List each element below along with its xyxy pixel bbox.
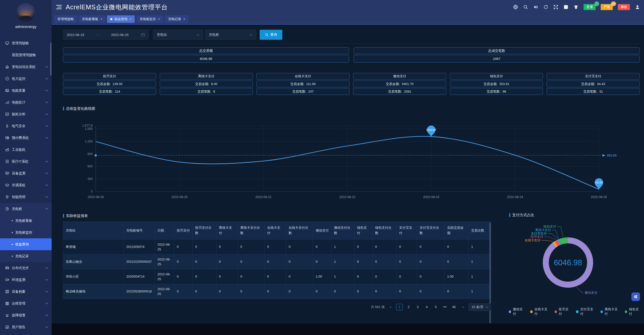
legend-item-微信支付[interactable]: 微信支付 (509, 307, 524, 316)
legend-dot-icon (530, 310, 533, 313)
legend-item-钱包支付[interactable]: 钱包支付 (625, 307, 640, 316)
prev-page-button[interactable]: ‹ (387, 304, 394, 310)
sidebar-item-环境监测[interactable]: 环境监测 (0, 274, 52, 286)
legend-item-投币支付[interactable]: 投币支付 (555, 307, 570, 316)
medical-icon (5, 159, 9, 164)
svg-text:1,577.6: 1,577.6 (82, 124, 93, 127)
date-start: 2022-08-19 (67, 33, 84, 37)
revenue-line-chart: 03006009001,2001,5001,577.62022-08-19202… (63, 115, 640, 206)
sidebar-item-空调系统[interactable]: 空调系统 (0, 179, 52, 191)
tab-充电记录[interactable]: 充电记录× (165, 15, 188, 23)
page-size-select[interactable]: 15 条/页 (469, 303, 491, 311)
total-count-value: 2467 (354, 55, 640, 63)
translate-icon[interactable]: A (563, 5, 568, 10)
sidebar-item-医院管理驾驶舱[interactable]: 医院管理驾驶舱 (0, 49, 52, 61)
page-button-5[interactable]: 5 (432, 304, 439, 310)
sidebar-item-系统运行[interactable]: 系统运行 (0, 333, 52, 335)
sidebar-item-能耗分析[interactable]: 能耗分析 (0, 108, 52, 120)
sidebar-item-预付费系统[interactable]: 预付费系统 (0, 132, 52, 144)
sound-icon[interactable] (533, 5, 538, 10)
sidebar-item-充电桩[interactable]: 充电桩 (0, 203, 52, 215)
header-actions: A普通7严重84事故 (513, 0, 640, 14)
user-icon[interactable] (635, 5, 640, 10)
page-button-45[interactable]: 45 (451, 304, 457, 310)
legend-item-在线卡支付[interactable]: 在线卡支付 (530, 307, 549, 316)
search-icon[interactable] (523, 5, 528, 10)
sidebar-item-电能统计[interactable]: 电能统计 (0, 96, 52, 108)
page-button-3[interactable]: 3 (414, 304, 421, 310)
tab-充电桩监控[interactable]: 充电桩监控× (136, 15, 163, 23)
page-button-4[interactable]: 4 (423, 304, 430, 310)
alarm-badge-accident[interactable]: 事故 (618, 4, 630, 10)
page-button-1[interactable]: 1 (396, 304, 403, 310)
donut-callout-label: 支付宝支付 (531, 232, 547, 235)
svg-text:53.29: 53.29 (595, 181, 602, 184)
sidebar-item-变电站综自系统[interactable]: 变电站综自系统 (0, 61, 52, 73)
chevron-down-icon (45, 101, 48, 103)
sidebar-item-用户报告[interactable]: 用户报告 (0, 321, 52, 333)
date-range-input[interactable]: 2022-08-19 ~ 2022-08-25 (63, 30, 149, 40)
sidebar-item-电能质量[interactable]: 电能质量 (0, 85, 52, 96)
sidebar-subitem-充电桩监控[interactable]: •充电桩监控 (0, 227, 52, 238)
sidebar-item-医疗IT系统[interactable]: 医疗IT系统 (0, 156, 52, 167)
sidebar-item-分布式光伏[interactable]: 分布式光伏 (0, 262, 52, 274)
tab-close-icon[interactable]: × (158, 17, 160, 21)
tab-充电桩看板[interactable]: 充电桩看板× (79, 15, 106, 23)
sidebar-subitem-充电记录[interactable]: •充电记录 (0, 250, 52, 262)
chevron-down-icon (45, 326, 48, 328)
sidebar-item-智能照明[interactable]: 智能照明 (0, 191, 52, 203)
sidebar-scrollbar[interactable] (50, 43, 51, 76)
svg-text:2022-08-19: 2022-08-19 (88, 195, 104, 199)
legend-item-离线卡支付[interactable]: 离线卡支付 (600, 307, 619, 316)
sidebar-item-电力监控[interactable]: 电力监控 (0, 73, 52, 85)
sidebar-nav: 管理驾驶舱医院管理驾驶舱变电站综自系统电力监控电能质量电能统计能耗分析电气安全预… (0, 37, 52, 335)
table-cell: 0 (264, 269, 286, 284)
fullscreen-icon[interactable] (553, 5, 558, 10)
table-column-header: 实际交易金额 (445, 222, 468, 240)
alarm-badge-severe[interactable]: 严重84 (601, 4, 613, 10)
page-ellipsis[interactable]: ••• (442, 304, 448, 310)
analysis-icon (5, 112, 9, 116)
settings-float-button[interactable] (631, 292, 640, 301)
sidebar-item-故障报警[interactable]: 故障报警 (0, 309, 52, 321)
sidebar-item-运维管理[interactable]: 运维管理 (0, 297, 52, 309)
alarm-badge-label: 严重 (603, 5, 610, 9)
sidebar-item-工业能耗[interactable]: 工业能耗 (0, 144, 52, 156)
table-cell: 0 (396, 254, 417, 269)
table-cell: 20210220000037 (124, 254, 155, 269)
table-row: 希望城20210050742022-08-2500000001000001 (63, 240, 491, 254)
tab-close-icon[interactable]: × (130, 17, 131, 21)
sidebar-item-电气安全[interactable]: 电气安全 (0, 120, 52, 132)
theme-shirt-icon[interactable] (573, 5, 579, 10)
sidebar-item-管理驾驶舱[interactable]: 管理驾驶舱 (0, 37, 52, 49)
sidebar-item-设备监测[interactable]: 设备监测 (0, 167, 52, 179)
payment-card-title: 微信支付 (353, 73, 446, 80)
sidebar-item-设备档案[interactable]: 设备档案 (0, 286, 52, 297)
tab-管理驾驶舱[interactable]: 管理驾驶舱 (54, 15, 77, 23)
table-column-header: 微信支付次数 (331, 222, 354, 240)
page-button-2[interactable]: 2 (405, 304, 412, 310)
sidebar-subitem-收益查询[interactable]: •收益查询 (0, 238, 52, 250)
alarm-badge-label: 事故 (621, 5, 627, 9)
tab-收益查询[interactable]: 收益查询× (107, 15, 135, 23)
table-cell: 0 (216, 269, 238, 284)
collapse-menu-icon[interactable] (56, 5, 62, 10)
payment-card-count: 交易笔数: 31 (547, 88, 640, 95)
search-button[interactable]: 查询 (260, 30, 282, 40)
sidebar-subitem-充电桩看板[interactable]: •充电桩看板 (0, 215, 52, 227)
pv-icon (5, 266, 9, 270)
table-cell: 0 (174, 240, 192, 254)
ring-icon[interactable] (513, 5, 518, 10)
tab-close-icon[interactable]: × (183, 17, 185, 21)
avatar[interactable] (16, 3, 35, 22)
legend-item-支付宝支付[interactable]: 支付宝支付 (576, 307, 594, 316)
table-cell: 0 (192, 240, 216, 254)
alarm-badge-normal[interactable]: 普通7 (584, 4, 596, 10)
station-select[interactable]: 充电站 (153, 30, 203, 40)
next-page-button[interactable]: › (460, 304, 466, 310)
tab-close-icon[interactable]: × (100, 17, 102, 21)
refresh-icon[interactable] (543, 5, 548, 10)
payment-card-title: 钱包支付 (450, 73, 543, 80)
pile-select[interactable]: 充电桩 (205, 30, 256, 40)
line-chart-title: 总收益变化曲线图 (63, 106, 95, 111)
